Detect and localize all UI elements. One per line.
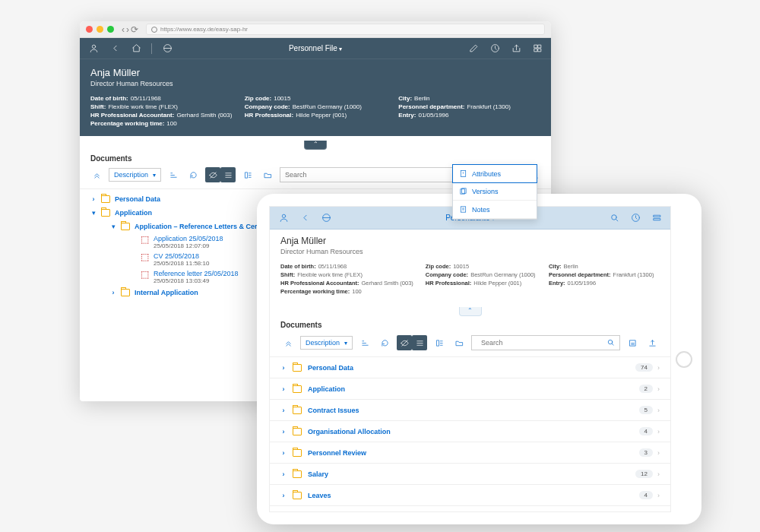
app-topbar: Personnel File	[80, 38, 551, 59]
attributes-popover: Attributes Versions Notes	[452, 164, 537, 220]
sort-asc-icon[interactable]	[357, 335, 372, 350]
person-name: Anja Müller	[90, 67, 540, 78]
list-item[interactable]: Leaves4›	[270, 485, 670, 506]
home-icon[interactable]	[130, 43, 142, 55]
folder-icon	[293, 407, 302, 414]
chevron-right-icon: ›	[657, 449, 660, 457]
popover-notes[interactable]: Notes	[453, 201, 537, 219]
edit-icon[interactable]	[467, 43, 480, 55]
folder-icon[interactable]	[260, 167, 275, 182]
forward-icon[interactable]: ›	[126, 24, 129, 35]
chevron-right-icon: ›	[657, 428, 660, 435]
svg-point-17	[611, 215, 616, 220]
refresh-icon[interactable]	[377, 335, 392, 350]
maximize-window-icon[interactable]	[107, 26, 114, 33]
list-item[interactable]: Contract Issues5›	[270, 400, 670, 421]
close-window-icon[interactable]	[86, 26, 93, 33]
logo-icon	[161, 43, 173, 55]
reload-icon[interactable]: ⟳	[131, 24, 138, 35]
popover-attributes[interactable]: Attributes	[452, 164, 537, 183]
chevron-right-icon	[280, 428, 287, 435]
nav-buttons: ‹ › ⟳	[122, 24, 138, 35]
person-name: Anja Müller	[280, 236, 660, 246]
collapse-all-icon[interactable]	[89, 167, 104, 182]
collapse-header-button[interactable]: ⌃	[80, 135, 551, 150]
chevron-right-icon	[280, 449, 287, 457]
count-badge: 12	[635, 470, 653, 478]
back-icon[interactable]: ‹	[122, 24, 125, 35]
svg-rect-14	[461, 207, 465, 212]
chevron-right-icon	[90, 195, 97, 203]
back-icon[interactable]	[109, 43, 121, 55]
folder-icon[interactable]	[451, 335, 467, 350]
browser-chrome: ‹ › ⟳ https://www.easy.de/easy-sap-hr	[80, 21, 551, 38]
divider	[151, 43, 152, 54]
upload-icon[interactable]	[644, 335, 660, 350]
share-icon[interactable]	[510, 43, 522, 55]
popover-versions[interactable]: Versions	[453, 182, 537, 201]
ipad-app: Personalakte Anja Müller Director Human …	[269, 206, 671, 512]
back-icon[interactable]	[299, 212, 311, 224]
ipad-person-meta: Date of birth:05/11/1968 Zip code:10015 …	[280, 263, 660, 295]
app-title[interactable]: Personnel File	[80, 44, 551, 52]
svg-point-23	[608, 340, 613, 344]
user-icon[interactable]	[277, 212, 290, 224]
svg-rect-3	[534, 45, 537, 48]
refresh-icon[interactable]	[185, 167, 201, 182]
search-input[interactable]	[477, 336, 606, 350]
list-item[interactable]: Application2›	[270, 378, 670, 400]
svg-rect-10	[461, 170, 465, 176]
logo-icon	[320, 212, 332, 224]
count-badge: 74	[635, 363, 653, 372]
user-icon[interactable]	[87, 43, 100, 55]
list-item[interactable]: Personal Data74›	[270, 357, 670, 378]
ipad-home-button[interactable]	[676, 351, 692, 368]
view-list-icon[interactable]	[412, 335, 427, 350]
sort-select[interactable]: Description▾	[300, 336, 353, 350]
view-hidden-icon[interactable]	[397, 335, 412, 350]
chevron-down-icon: ▾	[153, 172, 156, 179]
export-icon[interactable]	[625, 335, 640, 350]
person-role: Director Human Resources	[90, 80, 540, 87]
history-icon[interactable]	[489, 43, 501, 55]
grid-icon[interactable]	[651, 212, 663, 224]
view-detail-icon[interactable]	[240, 167, 255, 182]
svg-rect-20	[654, 219, 660, 220]
person-header: Anja Müller Director Human Resources Dat…	[80, 59, 551, 136]
person-meta: Date of birth:05/11/1968 Zip code:10015 …	[90, 95, 540, 127]
chevron-right-icon: ›	[657, 470, 660, 478]
folder-icon	[101, 209, 110, 217]
folder-icon	[293, 364, 302, 372]
folder-icon	[293, 470, 302, 478]
chevron-down-icon: ▾	[344, 340, 347, 347]
search-icon[interactable]	[606, 336, 615, 350]
globe-icon	[151, 27, 157, 33]
sort-select[interactable]: Description▾	[109, 168, 161, 182]
collapse-all-icon[interactable]	[280, 335, 296, 350]
url-text: https://www.easy.de/easy-sap-hr	[160, 26, 248, 33]
view-detail-icon[interactable]	[432, 335, 447, 350]
folder-icon	[293, 428, 302, 435]
view-list-icon[interactable]	[220, 167, 236, 182]
count-badge: 2	[639, 385, 653, 393]
list-item[interactable]: Salary12›	[270, 464, 670, 485]
minimize-window-icon[interactable]	[97, 26, 103, 33]
svg-point-0	[92, 45, 95, 48]
chevron-right-icon	[280, 385, 287, 393]
chevron-right-icon	[280, 492, 287, 499]
collapse-header-button[interactable]: ⌃	[270, 302, 670, 316]
search-icon[interactable]	[608, 212, 620, 224]
chevron-right-icon	[280, 407, 287, 414]
list-item[interactable]: Personnel Review3›	[270, 442, 670, 464]
list-item[interactable]: Organisational Allocation4›	[270, 421, 670, 442]
sort-asc-icon[interactable]	[166, 167, 181, 182]
grid-icon[interactable]	[531, 43, 543, 55]
pdf-icon: ⬚	[141, 235, 149, 244]
pdf-icon: ⬚	[141, 252, 149, 261]
count-badge: 3	[639, 448, 653, 457]
folder-icon	[293, 492, 302, 499]
history-icon[interactable]	[629, 212, 641, 224]
url-bar[interactable]: https://www.easy.de/easy-sap-hr	[146, 24, 545, 35]
view-hidden-icon[interactable]	[205, 167, 220, 182]
svg-point-15	[282, 214, 285, 217]
